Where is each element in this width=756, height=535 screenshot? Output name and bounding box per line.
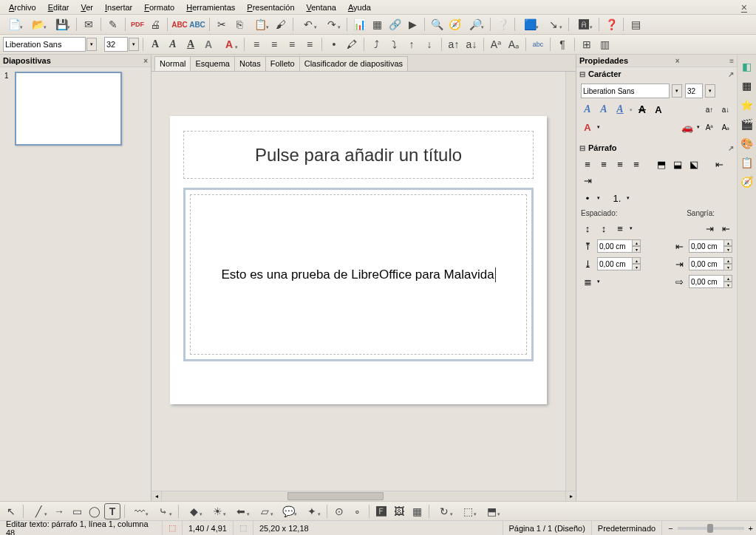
menu-insertar[interactable]: Insertar xyxy=(99,1,138,13)
underline-icon[interactable]: A xyxy=(613,103,627,116)
edit-button[interactable]: ✎ xyxy=(105,16,121,33)
dedent-icon[interactable]: ⇤ xyxy=(712,157,726,171)
sub-icon[interactable]: Aₐ xyxy=(719,120,732,134)
shadow-button[interactable]: A xyxy=(200,36,217,52)
print-button[interactable]: 🖨 xyxy=(147,16,163,33)
paste-button[interactable]: 📋 xyxy=(249,16,271,33)
insert-obj[interactable]: ▦ xyxy=(409,503,425,519)
cut-button[interactable]: ✂ xyxy=(214,16,230,33)
extra1-button[interactable]: ▤ xyxy=(627,16,644,33)
shadow-icon[interactable]: A xyxy=(652,103,665,116)
slides-panel-close[interactable]: × xyxy=(143,57,148,65)
grow-font-icon[interactable]: a↑ xyxy=(703,103,716,116)
ellipse-tool[interactable]: ◯ xyxy=(86,503,103,519)
transition-tab-icon[interactable]: 🎨 xyxy=(740,136,755,151)
italic-icon[interactable]: A xyxy=(597,103,610,116)
move-down-button[interactable]: ↓ xyxy=(421,36,437,52)
callouts[interactable]: 💬 xyxy=(277,503,299,519)
menu-ayuda[interactable]: Ayuda xyxy=(342,1,377,13)
ind-icon2[interactable]: ⇤ xyxy=(719,222,732,235)
sp-icon2[interactable]: ↕ xyxy=(597,222,610,235)
basic-shapes[interactable]: ◆ xyxy=(183,503,205,519)
zoom-out[interactable]: − xyxy=(668,524,672,533)
find-button[interactable]: 🔍 xyxy=(429,16,445,33)
chart-button[interactable]: 📊 xyxy=(351,16,367,33)
copy-button[interactable]: ⎘ xyxy=(231,16,248,33)
horizontal-scrollbar[interactable]: ◂ ▸ xyxy=(151,491,576,501)
whatsthis-button[interactable]: ❓ xyxy=(603,16,619,33)
line-tool[interactable]: ╱ xyxy=(27,503,50,519)
glue-tool[interactable]: ∘ xyxy=(349,503,365,519)
font-size-dropdown[interactable]: ▾ xyxy=(129,38,139,51)
fontwork-button[interactable]: 🅰 xyxy=(573,16,595,33)
align-justify-button[interactable]: ≡ xyxy=(302,36,318,52)
caracter-more-icon[interactable]: ↗ xyxy=(728,70,734,78)
close-button[interactable]: × xyxy=(735,0,753,15)
font-name-dropdown[interactable]: ▾ xyxy=(86,38,97,51)
image-tool[interactable]: 🖼 xyxy=(391,503,407,519)
line-sp-icon[interactable]: ≣ xyxy=(581,275,594,288)
shrink-font-icon[interactable]: a↓ xyxy=(719,103,732,116)
layouts-tab-icon[interactable]: ▦ xyxy=(740,78,755,93)
zoom-button[interactable]: 🔎 xyxy=(464,16,486,33)
sp-icon3[interactable]: ≡ xyxy=(613,222,627,235)
title-placeholder[interactable]: Pulse para añadir un título xyxy=(183,131,534,179)
hyperlink-button[interactable]: 🔗 xyxy=(386,16,403,33)
bold-button[interactable]: A xyxy=(147,36,163,52)
bold-icon[interactable]: A xyxy=(581,103,594,116)
slideshow-button[interactable]: ▶ xyxy=(404,16,420,33)
menu-herramientas[interactable]: Herramientas xyxy=(180,1,241,13)
menu-archivo[interactable]: Archivo xyxy=(3,1,42,13)
align-l-icon[interactable]: ≡ xyxy=(581,157,594,171)
curve-tool[interactable]: 〰 xyxy=(129,503,151,519)
tab-clasificador[interactable]: Clasificador de diapositivas xyxy=(299,56,408,71)
symbol-shapes[interactable]: ☀ xyxy=(206,503,228,519)
zoom-in[interactable]: + xyxy=(749,524,753,533)
help-button[interactable]: ❔ xyxy=(494,16,511,33)
new-button[interactable]: 📄 xyxy=(3,16,25,33)
layout-button[interactable]: ▥ xyxy=(596,36,613,52)
text-tool[interactable]: T xyxy=(104,503,120,519)
fontcolor-icon[interactable]: A xyxy=(581,120,594,134)
connector-tool[interactable]: ⤷ xyxy=(152,503,174,519)
props-font-name[interactable] xyxy=(581,84,670,98)
align-tool[interactable]: ⬚ xyxy=(457,503,479,519)
vertical-scrollbar[interactable] xyxy=(565,72,576,491)
char-dialog-button[interactable]: abc xyxy=(530,36,546,52)
redo-button[interactable]: ↷ xyxy=(321,16,343,33)
tab-esquema[interactable]: Esquema xyxy=(190,56,234,71)
props-font-size[interactable] xyxy=(685,84,703,98)
highlight-button[interactable]: 🖍 xyxy=(344,36,360,52)
outline-up-button[interactable]: ⤴ xyxy=(368,36,384,52)
numbering-icon[interactable]: 1. xyxy=(610,191,624,205)
menu-editar[interactable]: Editar xyxy=(42,1,75,13)
arrow-tool[interactable]: → xyxy=(51,503,67,519)
bullets-icon[interactable]: • xyxy=(581,191,594,205)
ind-first-icon[interactable]: ⇨ xyxy=(672,275,686,288)
rotate-tool[interactable]: ↻ xyxy=(433,503,455,519)
props-tab-icon[interactable]: ◧ xyxy=(740,59,755,74)
indent-left[interactable]: ▴▾ xyxy=(689,239,732,253)
spacing-above[interactable]: ▴▾ xyxy=(597,239,641,253)
super-icon[interactable]: Aᵃ xyxy=(703,120,716,134)
properties-close[interactable]: × xyxy=(675,57,680,65)
menu-formato[interactable]: Formato xyxy=(138,1,180,13)
properties-menu[interactable]: ≡ xyxy=(729,57,734,65)
valign-m-icon[interactable]: ⬓ xyxy=(671,157,684,171)
valign-b-icon[interactable]: ⬕ xyxy=(687,157,701,171)
fontwork-tool[interactable]: 🅵 xyxy=(373,503,389,519)
undo-button[interactable]: ↶ xyxy=(297,16,319,33)
underline-button[interactable]: A xyxy=(183,36,199,52)
align-left-button[interactable]: ≡ xyxy=(248,36,265,52)
zoom-slider[interactable] xyxy=(678,527,744,530)
rect-tool[interactable]: ▭ xyxy=(69,503,85,519)
indent-first[interactable]: ▴▾ xyxy=(689,275,732,288)
italic-button[interactable]: A xyxy=(165,36,181,52)
ind-icon1[interactable]: ⇥ xyxy=(703,222,716,235)
autospell-button[interactable]: ABC xyxy=(189,16,205,33)
insert-slide-button[interactable]: ⊞ xyxy=(579,36,595,52)
canvas[interactable]: Pulse para añadir un título Esto es una … xyxy=(151,72,565,491)
table-button[interactable]: ▦ xyxy=(369,16,385,33)
valign-t-icon[interactable]: ⬒ xyxy=(655,157,668,171)
object-button[interactable]: 🟦 xyxy=(519,16,541,33)
